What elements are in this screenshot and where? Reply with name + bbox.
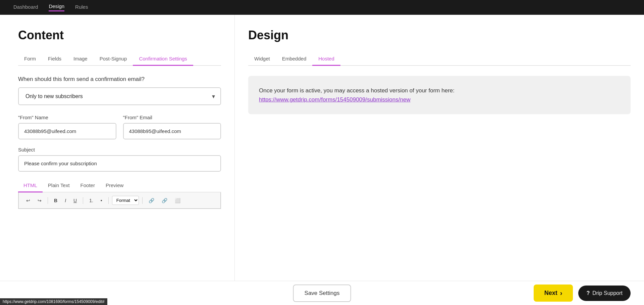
content-title: Content (18, 28, 221, 42)
sub-tab-footer[interactable]: Footer (75, 179, 100, 192)
hosted-form-link[interactable]: https://www.getdrip.com/forms/154509009/… (259, 96, 411, 103)
bold-button[interactable]: B (51, 197, 60, 205)
hosted-info-box: Once your form is active, you may access… (248, 76, 631, 114)
hosted-info-description: Once your form is active, you may access… (259, 87, 454, 94)
from-email-input[interactable] (123, 123, 221, 139)
format-select[interactable]: Format (112, 196, 139, 205)
from-name-label: "From" Name (18, 115, 116, 120)
subject-group: Subject (18, 147, 221, 172)
subject-input[interactable] (18, 155, 221, 172)
content-tabs: Form Fields Image Post-Signup Confirmati… (18, 52, 221, 66)
editor-sub-tabs: HTML Plain Text Footer Preview (18, 179, 221, 192)
tab-confirmation-settings[interactable]: Confirmation Settings (133, 52, 193, 66)
sub-tab-preview[interactable]: Preview (100, 179, 129, 192)
nav-design[interactable]: Design (49, 3, 64, 11)
from-email-label: "From" Email (123, 115, 221, 120)
sub-tab-plain-text[interactable]: Plain Text (43, 179, 75, 192)
top-navigation: Dashboard Design Rules (0, 0, 644, 15)
email-question: When should this form send a confirmatio… (18, 76, 221, 83)
from-fields-row: "From" Name "From" Email (18, 115, 221, 139)
content-panel: Content Form Fields Image Post-Signup Co… (0, 15, 235, 281)
undo-button[interactable]: ↩ (23, 197, 33, 205)
toolbar-divider-2 (83, 197, 83, 204)
toolbar-divider-1 (48, 197, 48, 204)
underline-button[interactable]: U (71, 197, 79, 205)
from-name-group: "From" Name (18, 115, 116, 139)
from-name-input[interactable] (18, 123, 116, 139)
main-layout: Content Form Fields Image Post-Signup Co… (0, 15, 644, 281)
tab-form[interactable]: Form (18, 52, 42, 66)
unlink-button[interactable]: 🔗 (159, 197, 170, 205)
editor-toolbar: ↩ ↪ B I U 1. • Format 🔗 🔗 ⬜ (18, 192, 221, 209)
code-button[interactable]: ⬜ (172, 197, 183, 205)
email-frequency-select[interactable]: Only to new subscribers Always Never (18, 87, 221, 105)
toolbar-divider-3 (108, 197, 109, 204)
tab-hosted[interactable]: Hosted (312, 52, 340, 66)
design-title: Design (248, 28, 631, 42)
link-button[interactable]: 🔗 (146, 197, 157, 205)
redo-button[interactable]: ↪ (35, 197, 44, 205)
hosted-info-text: Once your form is active, you may access… (259, 86, 620, 104)
tab-image[interactable]: Image (67, 52, 94, 66)
sub-tab-html[interactable]: HTML (18, 179, 43, 192)
subject-label: Subject (18, 147, 221, 152)
tab-embedded[interactable]: Embedded (276, 52, 313, 66)
tab-widget[interactable]: Widget (248, 52, 276, 66)
email-frequency-wrapper: Only to new subscribers Always Never ▾ (18, 87, 221, 105)
ordered-list-button[interactable]: 1. (87, 197, 96, 205)
unordered-list-button[interactable]: • (98, 197, 105, 205)
from-email-group: "From" Email (123, 115, 221, 139)
nav-rules[interactable]: Rules (75, 4, 88, 11)
tab-post-signup[interactable]: Post-Signup (94, 52, 133, 66)
tab-fields[interactable]: Fields (42, 52, 67, 66)
toolbar-divider-4 (142, 197, 143, 204)
design-tabs: Widget Embedded Hosted (248, 52, 631, 66)
italic-button[interactable]: I (62, 197, 69, 205)
design-panel: Design Widget Embedded Hosted Once your … (235, 15, 644, 281)
nav-dashboard[interactable]: Dashboard (13, 4, 38, 11)
